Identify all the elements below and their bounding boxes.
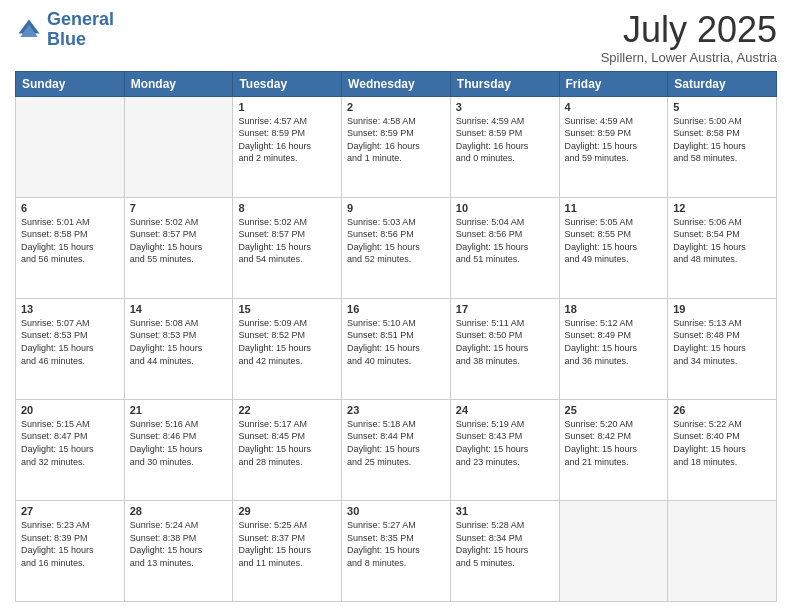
day-number: 30 (347, 505, 445, 517)
calendar-day-cell: 20Sunrise: 5:15 AMSunset: 8:47 PMDayligh… (16, 399, 125, 500)
day-info: Sunrise: 5:07 AMSunset: 8:53 PMDaylight:… (21, 317, 119, 367)
calendar-table: SundayMondayTuesdayWednesdayThursdayFrid… (15, 71, 777, 602)
weekday-header: Saturday (668, 71, 777, 96)
day-info: Sunrise: 5:15 AMSunset: 8:47 PMDaylight:… (21, 418, 119, 468)
location-subtitle: Spillern, Lower Austria, Austria (601, 50, 777, 65)
day-number: 7 (130, 202, 228, 214)
day-number: 21 (130, 404, 228, 416)
calendar-day-cell: 13Sunrise: 5:07 AMSunset: 8:53 PMDayligh… (16, 298, 125, 399)
calendar-day-cell: 1Sunrise: 4:57 AMSunset: 8:59 PMDaylight… (233, 96, 342, 197)
day-number: 9 (347, 202, 445, 214)
day-info: Sunrise: 5:25 AMSunset: 8:37 PMDaylight:… (238, 519, 336, 569)
day-info: Sunrise: 5:12 AMSunset: 8:49 PMDaylight:… (565, 317, 663, 367)
calendar-day-cell: 14Sunrise: 5:08 AMSunset: 8:53 PMDayligh… (124, 298, 233, 399)
calendar-day-cell: 11Sunrise: 5:05 AMSunset: 8:55 PMDayligh… (559, 197, 668, 298)
day-number: 26 (673, 404, 771, 416)
day-number: 4 (565, 101, 663, 113)
weekday-header: Tuesday (233, 71, 342, 96)
empty-cell (559, 500, 668, 601)
calendar-day-cell: 24Sunrise: 5:19 AMSunset: 8:43 PMDayligh… (450, 399, 559, 500)
calendar-day-cell: 2Sunrise: 4:58 AMSunset: 8:59 PMDaylight… (342, 96, 451, 197)
calendar-day-cell: 17Sunrise: 5:11 AMSunset: 8:50 PMDayligh… (450, 298, 559, 399)
day-info: Sunrise: 5:06 AMSunset: 8:54 PMDaylight:… (673, 216, 771, 266)
day-info: Sunrise: 5:03 AMSunset: 8:56 PMDaylight:… (347, 216, 445, 266)
day-number: 2 (347, 101, 445, 113)
calendar-day-cell: 27Sunrise: 5:23 AMSunset: 8:39 PMDayligh… (16, 500, 125, 601)
calendar-day-cell: 4Sunrise: 4:59 AMSunset: 8:59 PMDaylight… (559, 96, 668, 197)
calendar-day-cell: 28Sunrise: 5:24 AMSunset: 8:38 PMDayligh… (124, 500, 233, 601)
day-info: Sunrise: 5:22 AMSunset: 8:40 PMDaylight:… (673, 418, 771, 468)
empty-cell (124, 96, 233, 197)
day-number: 11 (565, 202, 663, 214)
calendar-day-cell: 26Sunrise: 5:22 AMSunset: 8:40 PMDayligh… (668, 399, 777, 500)
day-number: 28 (130, 505, 228, 517)
day-info: Sunrise: 5:27 AMSunset: 8:35 PMDaylight:… (347, 519, 445, 569)
calendar-day-cell: 7Sunrise: 5:02 AMSunset: 8:57 PMDaylight… (124, 197, 233, 298)
day-info: Sunrise: 5:28 AMSunset: 8:34 PMDaylight:… (456, 519, 554, 569)
day-info: Sunrise: 4:58 AMSunset: 8:59 PMDaylight:… (347, 115, 445, 165)
day-number: 1 (238, 101, 336, 113)
weekday-header: Friday (559, 71, 668, 96)
weekday-header: Thursday (450, 71, 559, 96)
weekday-header: Wednesday (342, 71, 451, 96)
calendar-day-cell: 31Sunrise: 5:28 AMSunset: 8:34 PMDayligh… (450, 500, 559, 601)
day-info: Sunrise: 4:57 AMSunset: 8:59 PMDaylight:… (238, 115, 336, 165)
day-number: 14 (130, 303, 228, 315)
day-info: Sunrise: 5:10 AMSunset: 8:51 PMDaylight:… (347, 317, 445, 367)
day-number: 29 (238, 505, 336, 517)
day-info: Sunrise: 5:13 AMSunset: 8:48 PMDaylight:… (673, 317, 771, 367)
day-number: 23 (347, 404, 445, 416)
day-number: 20 (21, 404, 119, 416)
day-info: Sunrise: 4:59 AMSunset: 8:59 PMDaylight:… (565, 115, 663, 165)
day-info: Sunrise: 5:19 AMSunset: 8:43 PMDaylight:… (456, 418, 554, 468)
empty-cell (668, 500, 777, 601)
calendar-day-cell: 12Sunrise: 5:06 AMSunset: 8:54 PMDayligh… (668, 197, 777, 298)
day-number: 19 (673, 303, 771, 315)
logo-text: General Blue (47, 10, 114, 50)
calendar-day-cell: 19Sunrise: 5:13 AMSunset: 8:48 PMDayligh… (668, 298, 777, 399)
day-info: Sunrise: 5:17 AMSunset: 8:45 PMDaylight:… (238, 418, 336, 468)
logo-icon (15, 16, 43, 44)
day-info: Sunrise: 4:59 AMSunset: 8:59 PMDaylight:… (456, 115, 554, 165)
title-block: July 2025 Spillern, Lower Austria, Austr… (601, 10, 777, 65)
day-info: Sunrise: 5:16 AMSunset: 8:46 PMDaylight:… (130, 418, 228, 468)
day-number: 12 (673, 202, 771, 214)
day-number: 6 (21, 202, 119, 214)
day-number: 3 (456, 101, 554, 113)
header: General Blue July 2025 Spillern, Lower A… (15, 10, 777, 65)
day-info: Sunrise: 5:02 AMSunset: 8:57 PMDaylight:… (238, 216, 336, 266)
calendar-day-cell: 21Sunrise: 5:16 AMSunset: 8:46 PMDayligh… (124, 399, 233, 500)
empty-cell (16, 96, 125, 197)
day-number: 16 (347, 303, 445, 315)
calendar-day-cell: 23Sunrise: 5:18 AMSunset: 8:44 PMDayligh… (342, 399, 451, 500)
page: General Blue July 2025 Spillern, Lower A… (0, 0, 792, 612)
weekday-header: Sunday (16, 71, 125, 96)
day-info: Sunrise: 5:18 AMSunset: 8:44 PMDaylight:… (347, 418, 445, 468)
logo: General Blue (15, 10, 114, 50)
day-number: 31 (456, 505, 554, 517)
day-info: Sunrise: 5:04 AMSunset: 8:56 PMDaylight:… (456, 216, 554, 266)
day-number: 5 (673, 101, 771, 113)
day-number: 27 (21, 505, 119, 517)
day-info: Sunrise: 5:11 AMSunset: 8:50 PMDaylight:… (456, 317, 554, 367)
calendar-day-cell: 15Sunrise: 5:09 AMSunset: 8:52 PMDayligh… (233, 298, 342, 399)
weekday-header: Monday (124, 71, 233, 96)
day-info: Sunrise: 5:09 AMSunset: 8:52 PMDaylight:… (238, 317, 336, 367)
calendar-day-cell: 9Sunrise: 5:03 AMSunset: 8:56 PMDaylight… (342, 197, 451, 298)
day-info: Sunrise: 5:24 AMSunset: 8:38 PMDaylight:… (130, 519, 228, 569)
day-info: Sunrise: 5:23 AMSunset: 8:39 PMDaylight:… (21, 519, 119, 569)
day-info: Sunrise: 5:05 AMSunset: 8:55 PMDaylight:… (565, 216, 663, 266)
day-number: 25 (565, 404, 663, 416)
calendar-day-cell: 25Sunrise: 5:20 AMSunset: 8:42 PMDayligh… (559, 399, 668, 500)
day-info: Sunrise: 5:01 AMSunset: 8:58 PMDaylight:… (21, 216, 119, 266)
day-number: 15 (238, 303, 336, 315)
day-number: 17 (456, 303, 554, 315)
calendar-day-cell: 16Sunrise: 5:10 AMSunset: 8:51 PMDayligh… (342, 298, 451, 399)
calendar-day-cell: 10Sunrise: 5:04 AMSunset: 8:56 PMDayligh… (450, 197, 559, 298)
day-number: 22 (238, 404, 336, 416)
day-number: 24 (456, 404, 554, 416)
day-info: Sunrise: 5:00 AMSunset: 8:58 PMDaylight:… (673, 115, 771, 165)
day-number: 8 (238, 202, 336, 214)
calendar-day-cell: 3Sunrise: 4:59 AMSunset: 8:59 PMDaylight… (450, 96, 559, 197)
calendar-day-cell: 29Sunrise: 5:25 AMSunset: 8:37 PMDayligh… (233, 500, 342, 601)
